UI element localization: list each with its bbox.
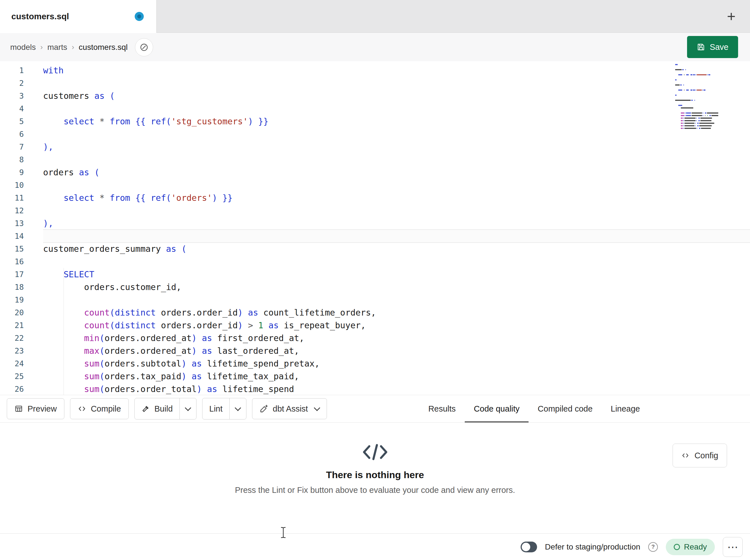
- config-button-label: Config: [694, 451, 718, 460]
- code-line-19[interactable]: [43, 293, 750, 306]
- preview-button[interactable]: Preview: [7, 398, 64, 419]
- breadcrumb-separator: ›: [40, 43, 43, 51]
- line-number[interactable]: 19: [0, 293, 28, 306]
- minimap-line: [675, 74, 718, 76]
- action-bar: Preview Compile Build Lint dbt Assist Re…: [0, 395, 750, 422]
- code-line-24[interactable]: sum(orders.subtotal) as lifetime_spend_p…: [43, 357, 750, 370]
- code-editor[interactable]: 1234567891011121314151617181920212223242…: [0, 61, 750, 395]
- code-line-21[interactable]: count(distinct orders.order_id) > 1 as i…: [43, 319, 750, 332]
- minimap-line: [675, 97, 718, 99]
- code-line-14[interactable]: [43, 230, 750, 243]
- code-line-6[interactable]: [43, 128, 750, 141]
- code-line-9[interactable]: orders as (: [43, 166, 750, 179]
- empty-state-subtitle: Press the Lint or Fix button above to ev…: [162, 485, 588, 495]
- lint-button[interactable]: Lint: [202, 398, 230, 419]
- minimap-line: [675, 72, 718, 73]
- chevron-down-icon: [314, 405, 320, 411]
- code-line-17[interactable]: SELECT: [43, 268, 750, 281]
- line-number[interactable]: 1: [0, 64, 28, 77]
- ready-ring-icon: [674, 544, 680, 550]
- line-number[interactable]: 2: [0, 77, 28, 89]
- code-line-13[interactable]: ),: [43, 217, 750, 230]
- line-number[interactable]: 6: [0, 128, 28, 141]
- line-number[interactable]: 16: [0, 255, 28, 268]
- line-number[interactable]: 15: [0, 243, 28, 255]
- line-number[interactable]: 8: [0, 153, 28, 166]
- line-number[interactable]: 26: [0, 383, 28, 395]
- line-number[interactable]: 24: [0, 357, 28, 370]
- line-number[interactable]: 25: [0, 370, 28, 383]
- line-number[interactable]: 18: [0, 281, 28, 293]
- tab-customers-sql[interactable]: customers.sql: [0, 0, 157, 33]
- defer-label: Defer to staging/production: [545, 542, 640, 552]
- code-line-16[interactable]: [43, 255, 750, 268]
- code-line-11[interactable]: select * from {{ ref('orders') }}: [43, 191, 750, 204]
- line-number[interactable]: 10: [0, 179, 28, 191]
- minimap-line: [675, 105, 718, 106]
- code-line-22[interactable]: min(orders.ordered_at) as first_ordered_…: [43, 332, 750, 345]
- breadcrumb-models[interactable]: models: [10, 43, 36, 52]
- more-options-button[interactable]: ⋯: [723, 537, 743, 557]
- code-line-12[interactable]: [43, 204, 750, 217]
- compile-button[interactable]: Compile: [70, 398, 129, 419]
- code-line-20[interactable]: count(distinct orders.order_id) as count…: [43, 306, 750, 319]
- dbt-assist-button-label: dbt Assist: [273, 404, 308, 414]
- new-tab-button[interactable]: +: [721, 6, 742, 27]
- code-line-4[interactable]: [43, 102, 750, 115]
- line-number[interactable]: 20: [0, 306, 28, 319]
- code-line-2[interactable]: [43, 77, 750, 89]
- minimap-line: [675, 82, 718, 83]
- tab-compiled-code[interactable]: Compiled code: [529, 395, 601, 422]
- build-button[interactable]: Build: [135, 398, 180, 419]
- code-line-8[interactable]: [43, 153, 750, 166]
- dbt-assist-button[interactable]: dbt Assist: [252, 398, 327, 419]
- minimap[interactable]: [675, 64, 718, 130]
- tab-lineage[interactable]: Lineage: [602, 395, 649, 422]
- line-number[interactable]: 4: [0, 102, 28, 115]
- code-line-23[interactable]: max(orders.ordered_at) as last_ordered_a…: [43, 345, 750, 357]
- save-button[interactable]: Save: [687, 36, 738, 58]
- line-number[interactable]: 17: [0, 268, 28, 281]
- line-number[interactable]: 22: [0, 332, 28, 345]
- minimap-line: [675, 66, 718, 68]
- line-number[interactable]: 7: [0, 141, 28, 153]
- code-line-15[interactable]: customer_orders_summary as (: [43, 243, 750, 255]
- format-button[interactable]: [135, 38, 153, 56]
- code-line-5[interactable]: select * from {{ ref('stg_customers') }}: [43, 115, 750, 128]
- editor-code[interactable]: withcustomers as ( select * from {{ ref(…: [43, 64, 750, 395]
- line-number[interactable]: 11: [0, 191, 28, 204]
- empty-state: There is nothing here Press the Lint or …: [162, 443, 588, 495]
- code-line-25[interactable]: sum(orders.tax_paid) as lifetime_tax_pai…: [43, 370, 750, 383]
- code-line-7[interactable]: ),: [43, 141, 750, 153]
- editor-gutter[interactable]: 1234567891011121314151617181920212223242…: [0, 64, 28, 395]
- code-line-26[interactable]: sum(orders.order_total) as lifetime_spen…: [43, 383, 750, 395]
- breadcrumb-bar: models › marts › customers.sql Save: [0, 33, 750, 61]
- build-button-label: Build: [155, 404, 173, 414]
- code-line-3[interactable]: customers as (: [43, 89, 750, 102]
- line-number[interactable]: 21: [0, 319, 28, 332]
- minimap-line: [675, 110, 718, 111]
- line-number[interactable]: 9: [0, 166, 28, 179]
- tab-code-quality[interactable]: Code quality: [465, 395, 529, 422]
- code-line-18[interactable]: orders.customer_id,: [43, 281, 750, 293]
- status-bar: Defer to staging/production ? Ready ⋯: [0, 533, 750, 560]
- config-button[interactable]: Config: [673, 443, 727, 468]
- help-icon[interactable]: ?: [648, 542, 658, 552]
- breadcrumb-marts[interactable]: marts: [47, 43, 67, 52]
- tab-results[interactable]: Results: [419, 395, 465, 422]
- line-number[interactable]: 12: [0, 204, 28, 217]
- minimap-line: [675, 95, 718, 96]
- minimap-line: [675, 125, 718, 127]
- code-line-1[interactable]: with: [43, 64, 750, 77]
- minimap-line: [675, 84, 718, 86]
- line-number[interactable]: 23: [0, 345, 28, 357]
- line-number[interactable]: 5: [0, 115, 28, 128]
- line-number[interactable]: 13: [0, 217, 28, 230]
- build-dropdown-button[interactable]: [179, 398, 196, 419]
- line-number[interactable]: 14: [0, 230, 28, 243]
- defer-toggle[interactable]: [520, 542, 537, 552]
- lint-dropdown-button[interactable]: [230, 398, 246, 419]
- code-line-10[interactable]: [43, 179, 750, 191]
- line-number[interactable]: 3: [0, 89, 28, 102]
- minimap-line: [675, 89, 718, 91]
